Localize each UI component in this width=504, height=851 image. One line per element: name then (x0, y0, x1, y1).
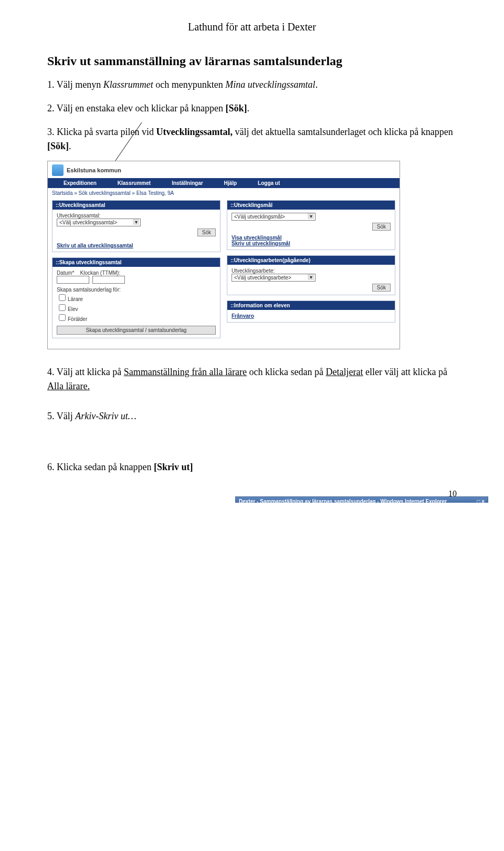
step-1: 1. Välj menyn Klassrummet och menypunkte… (47, 78, 457, 92)
select-utvecklingsmal[interactable]: <Välj utvecklingsmål> (232, 213, 316, 221)
page-header: Lathund för att arbeta i Dexter (47, 21, 457, 33)
panel-utvecklingsmal: ::Utvecklingsmål <Välj utvecklingsmål> S… (227, 200, 395, 250)
breadcrumb: Startsida » Sök utvecklingssamtal » Elsa… (48, 188, 400, 198)
breadcrumb-text: Startsida » Sök utvecklingssamtal » Elsa… (52, 190, 174, 196)
dexter-navbar: Expeditionen Klassrummet Inställningar H… (48, 178, 400, 188)
input-datum[interactable] (57, 276, 89, 284)
step-1-text-c: och menypunkten (153, 79, 225, 90)
link-franvaro[interactable]: Frånvaro (232, 313, 254, 319)
panel-utvecklingsmal-header: ::Utvecklingsmål (227, 201, 395, 210)
ie-window-controls[interactable]: _ □ × (472, 499, 485, 503)
label-utvecklingsarbete: Utvecklingsarbete: (232, 268, 391, 274)
step-2-text-a: 2. Välj en enstaka elev och klickar på k… (47, 103, 226, 113)
panel-skapa: ::Skapa utvecklingssamtal Datum* Klockan… (52, 257, 220, 338)
step-4: 4. Välj att klicka på Sammanställning fr… (47, 365, 457, 393)
panel-utvecklingsarbeten-header: ::Utvecklingsarbeten(pågående) (227, 256, 395, 265)
panel-info-eleven-header: ::Information om eleven (227, 301, 395, 310)
step-1-text-a: 1. Välj menyn (47, 79, 103, 90)
link-skriv-ut-alla[interactable]: Skriv ut alla utvecklingssamtal (57, 243, 133, 248)
step-4-link-3: Alla lärare. (47, 381, 90, 391)
skapa-button[interactable]: Skapa utvecklingssamtal / samtalsunderla… (57, 326, 216, 335)
nav-loggaut[interactable]: Logga ut (258, 180, 280, 186)
step-4-text-c: och klicka sedan på (247, 367, 326, 377)
select-utvecklingssamtal[interactable]: <Välj utvecklingssamtal> (57, 219, 141, 226)
step-4-text-a: 4. Välj att klicka på (47, 367, 124, 377)
eskilstuna-logo-text: Eskilstuna kommun (67, 167, 121, 173)
step-6-button: [Skriv ut] (154, 462, 193, 472)
sok-button-1[interactable]: Sök (197, 229, 216, 236)
step-4-text-e: eller välj att klicka på (363, 367, 447, 377)
label-foralder: Förälder (68, 316, 87, 322)
step-5-text-a: 5. Välj (47, 411, 75, 421)
eskilstuna-logo-icon (52, 164, 64, 176)
nav-expeditionen[interactable]: Expeditionen (64, 180, 97, 186)
nav-klassrummet[interactable]: Klassrummet (118, 180, 151, 186)
step-6: 6. Klicka sedan på knappen [Skriv ut] (47, 460, 457, 474)
checkbox-larare[interactable] (59, 294, 66, 301)
screenshot-ie-window: Dexter - Sammanställning av lärarnas sam… (235, 496, 488, 503)
label-klockan: Klockan (TTMM): (80, 270, 120, 276)
panel-utvecklingsarbeten: ::Utvecklingsarbeten(pågående) Utvecklin… (227, 255, 395, 295)
sok-button-3[interactable]: Sök (372, 284, 391, 292)
section-title: Skriv ut sammanställning av lärarnas sam… (47, 54, 457, 68)
step-6-text-a: 6. Klicka sedan på knappen (47, 462, 154, 472)
panel-utvecklingssamtal: ::Utvecklingssamtal Utvecklingssamtal: <… (52, 200, 220, 252)
select-utvecklingsarbete[interactable]: <Välj utvecklingsarbete> (232, 274, 316, 282)
step-2-text-c: . (247, 103, 250, 113)
panel-skapa-header: ::Skapa utvecklingssamtal (52, 258, 220, 267)
checkbox-elev[interactable] (59, 304, 66, 311)
label-larare: Lärare (68, 296, 83, 302)
step-1-menuitem: Mina utvecklingssamtal (225, 79, 315, 90)
step-1-menu: Klassrummet (103, 79, 153, 90)
link-visa-mal[interactable]: Visa utvecklingsmål (232, 235, 281, 241)
label-underlag: Skapa samtalsunderlag för: (57, 287, 216, 293)
ie-title: Dexter - Sammanställning av lärarnas sam… (239, 499, 447, 503)
label-datum: Datum* (57, 270, 74, 276)
step-3-text-a: 3. Klicka på svarta pilen vid (47, 127, 156, 137)
label-utvecklingssamtal: Utvecklingssamtal: (57, 213, 216, 219)
step-5-menu: Arkiv-Skriv ut… (75, 411, 136, 421)
nav-hjalp[interactable]: Hjälp (224, 180, 237, 186)
panel-utvecklingssamtal-header: ::Utvecklingssamtal (52, 201, 220, 210)
checkbox-foralder[interactable] (59, 314, 66, 321)
step-2: 2. Välj en enstaka elev och klickar på k… (47, 101, 457, 116)
label-elev: Elev (68, 306, 78, 312)
input-klockan[interactable] (92, 276, 125, 284)
step-3-button: [Sök] (47, 141, 69, 151)
step-4-link-2: Detaljerat (326, 367, 363, 377)
step-2-button: [Sök] (226, 103, 247, 113)
step-3-field: Utvecklingssamtal, (156, 127, 233, 137)
step-5: 5. Välj Arkiv-Skriv ut… (47, 409, 457, 423)
sok-button-2[interactable]: Sök (372, 223, 391, 231)
step-3-text-e: . (69, 141, 71, 151)
panel-info-eleven: ::Information om eleven Frånvaro (227, 300, 395, 323)
step-1-text-e: . (316, 79, 318, 90)
step-3-text-c: välj det aktuella samtalsunderlaget och … (233, 127, 453, 137)
step-4-link-1: Sammanställning från alla lärare (124, 367, 247, 377)
step-3: 3. Klicka på svarta pilen vid Utveckling… (47, 125, 457, 153)
screenshot-dexter-app: Eskilstuna kommun Expeditionen Klassrumm… (47, 161, 400, 349)
nav-installningar[interactable]: Inställningar (172, 180, 203, 186)
link-skriv-ut-mal[interactable]: Skriv ut utvecklingsmål (232, 241, 290, 246)
